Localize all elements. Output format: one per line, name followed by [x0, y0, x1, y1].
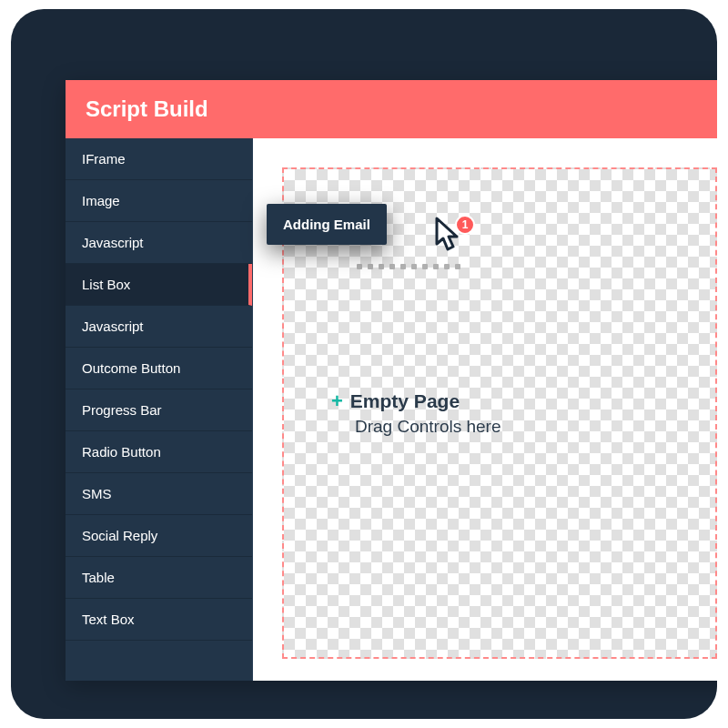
sidebar-item-label: Table — [82, 570, 115, 585]
drag-tooltip: Adding Email — [267, 204, 387, 245]
sidebar-item-radio-button[interactable]: Radio Button — [66, 431, 252, 473]
sidebar-item-label: Progress Bar — [82, 402, 162, 418]
sidebar-item-progress-bar[interactable]: Progress Bar — [66, 389, 252, 431]
sidebar-item-label: List Box — [82, 277, 130, 292]
controls-sidebar: IFrame Image Javascript List Box Javascr… — [66, 138, 253, 681]
empty-page-subtitle: Drag Controls here — [355, 417, 501, 437]
page-title: Script Build — [86, 96, 208, 121]
sidebar-item-table[interactable]: Table — [66, 557, 252, 599]
empty-page-title: Empty Page — [350, 390, 460, 412]
sidebar-item-javascript-2[interactable]: Javascript — [66, 306, 252, 348]
sidebar-item-textbox[interactable]: Text Box — [66, 599, 252, 641]
sidebar-item-label: Text Box — [82, 612, 135, 627]
plus-icon: + — [331, 389, 343, 413]
sidebar-item-label: Javascript — [82, 318, 144, 334]
sidebar-item-label: Social Reply — [82, 528, 157, 543]
sidebar-item-label: SMS — [82, 486, 112, 501]
sidebar-item-sms[interactable]: SMS — [66, 473, 252, 515]
drag-tooltip-label: Adding Email — [283, 217, 370, 232]
sidebar-item-javascript[interactable]: Javascript — [66, 222, 252, 264]
cursor-badge-count: 1 — [462, 218, 469, 231]
cursor-badge: 1 — [455, 215, 475, 235]
sidebar-item-iframe[interactable]: IFrame — [66, 138, 252, 180]
sidebar-item-social-reply[interactable]: Social Reply — [66, 515, 252, 557]
cursor: 1 — [433, 217, 464, 253]
sidebar-item-outcome-button[interactable]: Outcome Button — [66, 348, 252, 389]
sidebar-item-label: Outcome Button — [82, 360, 180, 376]
outer-card: Script Build IFrame Image Javascript Lis… — [11, 9, 717, 719]
sidebar-item-listbox[interactable]: List Box — [66, 264, 252, 306]
drag-trail — [357, 258, 475, 263]
sidebar-item-label: Radio Button — [82, 444, 161, 460]
window-header: Script Build — [66, 80, 717, 138]
window-content: IFrame Image Javascript List Box Javascr… — [66, 138, 717, 681]
sidebar-item-label: IFrame — [82, 151, 126, 167]
script-build-window: Script Build IFrame Image Javascript Lis… — [66, 80, 717, 681]
sidebar-item-label: Image — [82, 193, 120, 208]
empty-page-row: + Empty Page — [331, 389, 460, 413]
sidebar-item-image[interactable]: Image — [66, 180, 252, 222]
sidebar-item-label: Javascript — [82, 235, 144, 250]
